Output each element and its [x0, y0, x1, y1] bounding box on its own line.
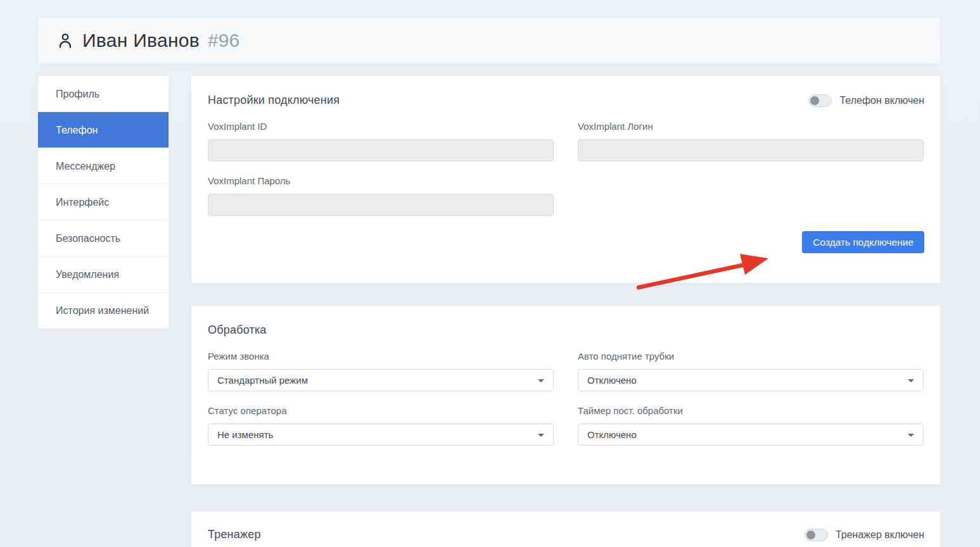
user-id-badge: #96: [208, 30, 239, 51]
processing-panel: Обработка Режим звонка Стандартный режим…: [191, 306, 940, 484]
post-processing-timer-value: Отключено: [587, 429, 637, 440]
voximplant-login-input[interactable]: [578, 139, 924, 161]
connection-panel-title: Настройки подключения: [208, 94, 340, 107]
call-mode-select[interactable]: Стандартный режим: [208, 369, 554, 391]
operator-status-label: Статус оператора: [208, 405, 554, 416]
trainer-panel-title: Тренажер: [208, 528, 261, 541]
post-processing-timer-select[interactable]: Отключено: [578, 424, 924, 446]
voximplant-password-input[interactable]: [208, 194, 554, 216]
user-settings-page: Иван Иванов #96 Профиль Телефон Мессендж…: [0, 0, 980, 547]
auto-answer-select[interactable]: Отключено: [578, 369, 924, 391]
operator-status-value: Не изменять: [217, 429, 273, 440]
chevron-down-icon: [538, 434, 544, 437]
sidebar-item-profile[interactable]: Профиль: [38, 76, 169, 112]
sidebar-item-security[interactable]: Безопасность: [38, 220, 169, 256]
page-header: Иван Иванов #96: [38, 18, 940, 63]
sidebar-item-messenger[interactable]: Мессенджер: [38, 148, 169, 184]
create-connection-button[interactable]: Создать подключение: [802, 231, 924, 253]
processing-panel-title: Обработка: [208, 324, 924, 337]
main-content: Настройки подключения Телефон включен Vo…: [191, 76, 940, 547]
auto-answer-label: Авто поднятие трубки: [578, 351, 924, 362]
call-mode-value: Стандартный режим: [217, 375, 308, 386]
trainer-enabled-toggle-label: Тренажер включен: [836, 529, 924, 541]
page-title: Иван Иванов: [82, 30, 200, 51]
sidebar-item-interface[interactable]: Интерфейс: [38, 184, 169, 220]
trainer-panel: Тренажер Тренажер включен: [191, 512, 940, 547]
chevron-down-icon: [908, 379, 914, 382]
person-icon: [56, 31, 75, 50]
chevron-down-icon: [538, 379, 544, 382]
sidebar-item-phone[interactable]: Телефон: [38, 112, 169, 148]
phone-enabled-toggle[interactable]: [808, 94, 832, 107]
connection-settings-panel: Настройки подключения Телефон включен Vo…: [191, 76, 940, 283]
call-mode-label: Режим звонка: [208, 351, 554, 362]
settings-sidebar: Профиль Телефон Мессенджер Интерфейс Без…: [38, 76, 169, 329]
trainer-enabled-toggle[interactable]: [805, 529, 828, 541]
voximplant-id-input[interactable]: [208, 139, 554, 161]
post-processing-timer-label: Таймер пост. обработки: [578, 405, 924, 416]
voximplant-password-label: VoxImplant Пароль: [208, 175, 554, 186]
toggle-knob: [806, 531, 815, 539]
sidebar-item-notifications[interactable]: Уведомления: [38, 256, 169, 292]
voximplant-login-label: VoxImplant Логин: [578, 121, 924, 132]
voximplant-id-label: VoxImplant ID: [208, 121, 554, 132]
phone-enabled-toggle-label: Телефон включен: [839, 95, 924, 106]
sidebar-item-change-history[interactable]: История изменений: [38, 292, 169, 329]
auto-answer-value: Отключено: [587, 375, 637, 386]
operator-status-select[interactable]: Не изменять: [208, 424, 554, 446]
chevron-down-icon: [908, 434, 914, 437]
toggle-knob: [810, 96, 819, 105]
